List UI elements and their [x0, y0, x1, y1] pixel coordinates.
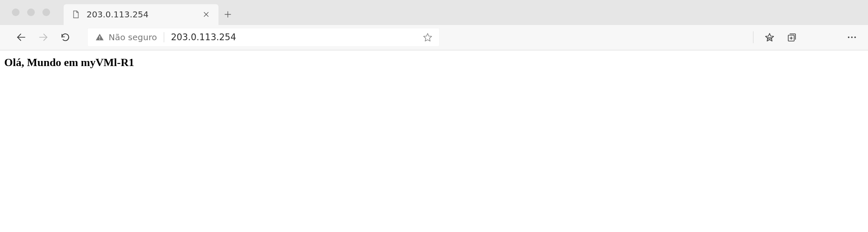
toolbar: Não seguro 203.0.113.254	[0, 25, 868, 50]
separator	[753, 31, 753, 43]
tab-strip: 203.0.113.254	[0, 0, 868, 25]
svg-point-5	[854, 36, 856, 38]
refresh-button[interactable]	[55, 27, 76, 47]
more-menu-button[interactable]	[842, 27, 862, 47]
forward-button	[33, 27, 53, 47]
svg-rect-1	[99, 39, 100, 40]
security-badge[interactable]: Não seguro	[95, 32, 164, 42]
tab-title: 203.0.113.254	[87, 9, 200, 19]
back-button[interactable]	[11, 27, 31, 47]
browser-chrome: 203.0.113.254	[0, 0, 868, 50]
warning-icon	[95, 33, 104, 42]
document-icon	[71, 10, 81, 19]
svg-rect-0	[99, 36, 100, 39]
favorites-button[interactable]	[759, 27, 780, 47]
traffic-light-minimize-icon[interactable]	[27, 8, 35, 16]
macos-window-controls	[0, 0, 50, 25]
page-content: Olá, Mundo em myVMl-R1	[0, 50, 868, 75]
favorite-button[interactable]	[420, 30, 435, 45]
svg-point-3	[848, 36, 850, 38]
tab-close-button[interactable]	[200, 8, 213, 21]
security-label: Não seguro	[109, 32, 157, 42]
new-tab-button[interactable]	[218, 4, 237, 25]
traffic-light-close-icon[interactable]	[12, 8, 20, 16]
address-bar[interactable]: Não seguro 203.0.113.254	[87, 28, 440, 47]
browser-tab[interactable]: 203.0.113.254	[64, 4, 218, 25]
page-body-text: Olá, Mundo em myVMl-R1	[4, 56, 134, 69]
toolbar-right	[750, 27, 862, 47]
svg-point-4	[851, 36, 853, 38]
collections-button[interactable]	[781, 27, 802, 47]
traffic-light-maximize-icon[interactable]	[42, 8, 50, 16]
url-text[interactable]: 203.0.113.254	[171, 32, 420, 42]
